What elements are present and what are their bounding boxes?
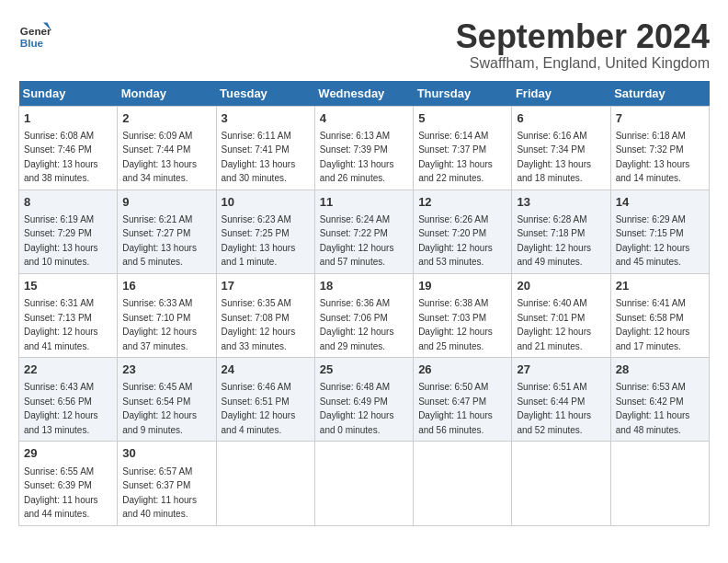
calendar-cell: 25Sunrise: 6:48 AM Sunset: 6:49 PM Dayli… xyxy=(314,358,413,442)
col-wednesday: Wednesday xyxy=(314,81,413,107)
calendar-cell: 16Sunrise: 6:33 AM Sunset: 7:10 PM Dayli… xyxy=(118,273,216,357)
day-info: Sunrise: 6:08 AM Sunset: 7:46 PM Dayligh… xyxy=(24,131,98,184)
calendar-cell: 8Sunrise: 6:19 AM Sunset: 7:29 PM Daylig… xyxy=(19,190,118,273)
calendar-cell xyxy=(610,442,709,525)
day-number: 5 xyxy=(418,110,506,127)
day-number: 14 xyxy=(616,194,704,211)
calendar-cell: 20Sunrise: 6:40 AM Sunset: 7:01 PM Dayli… xyxy=(512,273,610,357)
page-header: General Blue September 2024 Swaffham, En… xyxy=(18,18,710,72)
day-number: 13 xyxy=(517,194,605,211)
day-number: 15 xyxy=(24,278,112,294)
day-info: Sunrise: 6:11 AM Sunset: 7:41 PM Dayligh… xyxy=(222,131,296,184)
day-number: 6 xyxy=(517,110,605,127)
col-saturday: Saturday xyxy=(610,81,709,107)
calendar-cell: 24Sunrise: 6:46 AM Sunset: 6:51 PM Dayli… xyxy=(216,358,314,442)
day-number: 12 xyxy=(418,194,506,211)
day-number: 18 xyxy=(320,278,408,294)
day-info: Sunrise: 6:43 AM Sunset: 6:56 PM Dayligh… xyxy=(24,382,98,435)
calendar-cell: 13Sunrise: 6:28 AM Sunset: 7:18 PM Dayli… xyxy=(512,190,610,273)
calendar-cell: 17Sunrise: 6:35 AM Sunset: 7:08 PM Dayli… xyxy=(216,273,314,357)
calendar-cell xyxy=(512,442,610,525)
day-info: Sunrise: 6:57 AM Sunset: 6:37 PM Dayligh… xyxy=(122,466,197,520)
calendar-week-row: 8Sunrise: 6:19 AM Sunset: 7:29 PM Daylig… xyxy=(19,190,710,273)
col-thursday: Thursday xyxy=(414,81,512,107)
calendar-cell: 3Sunrise: 6:11 AM Sunset: 7:41 PM Daylig… xyxy=(216,106,314,190)
day-info: Sunrise: 6:21 AM Sunset: 7:27 PM Dayligh… xyxy=(122,214,197,268)
day-info: Sunrise: 6:26 AM Sunset: 7:20 PM Dayligh… xyxy=(418,214,493,268)
calendar-cell: 9Sunrise: 6:21 AM Sunset: 7:27 PM Daylig… xyxy=(118,190,216,273)
title-section: September 2024 Swaffham, England, United… xyxy=(456,18,710,72)
month-title: September 2024 xyxy=(456,18,710,55)
calendar-cell: 22Sunrise: 6:43 AM Sunset: 6:56 PM Dayli… xyxy=(19,358,118,442)
day-number: 19 xyxy=(418,278,506,294)
day-number: 22 xyxy=(24,362,112,378)
calendar-table: Sunday Monday Tuesday Wednesday Thursday… xyxy=(18,81,710,526)
calendar-header-row: Sunday Monday Tuesday Wednesday Thursday… xyxy=(19,81,710,107)
day-number: 10 xyxy=(222,194,310,211)
day-number: 3 xyxy=(222,110,310,127)
logo-icon: General Blue xyxy=(18,18,51,52)
day-number: 20 xyxy=(517,278,605,294)
day-number: 9 xyxy=(122,194,210,211)
calendar-cell: 18Sunrise: 6:36 AM Sunset: 7:06 PM Dayli… xyxy=(314,273,413,357)
calendar-cell: 27Sunrise: 6:51 AM Sunset: 6:44 PM Dayli… xyxy=(512,358,610,442)
day-number: 2 xyxy=(122,110,210,127)
day-info: Sunrise: 6:50 AM Sunset: 6:47 PM Dayligh… xyxy=(418,382,493,435)
day-info: Sunrise: 6:14 AM Sunset: 7:37 PM Dayligh… xyxy=(418,131,493,184)
calendar-cell: 5Sunrise: 6:14 AM Sunset: 7:37 PM Daylig… xyxy=(414,106,512,190)
day-info: Sunrise: 6:29 AM Sunset: 7:15 PM Dayligh… xyxy=(616,214,690,268)
day-number: 26 xyxy=(418,362,506,378)
calendar-cell: 14Sunrise: 6:29 AM Sunset: 7:15 PM Dayli… xyxy=(610,190,709,273)
calendar-cell: 10Sunrise: 6:23 AM Sunset: 7:25 PM Dayli… xyxy=(216,190,314,273)
calendar-cell: 29Sunrise: 6:55 AM Sunset: 6:39 PM Dayli… xyxy=(19,442,118,525)
calendar-week-row: 29Sunrise: 6:55 AM Sunset: 6:39 PM Dayli… xyxy=(19,442,710,525)
col-sunday: Sunday xyxy=(19,81,118,107)
calendar-week-row: 22Sunrise: 6:43 AM Sunset: 6:56 PM Dayli… xyxy=(19,358,710,442)
day-info: Sunrise: 6:18 AM Sunset: 7:32 PM Dayligh… xyxy=(616,131,690,184)
day-number: 1 xyxy=(24,110,112,127)
day-number: 27 xyxy=(517,362,605,378)
col-friday: Friday xyxy=(512,81,610,107)
calendar-cell: 30Sunrise: 6:57 AM Sunset: 6:37 PM Dayli… xyxy=(118,442,216,525)
calendar-cell: 4Sunrise: 6:13 AM Sunset: 7:39 PM Daylig… xyxy=(314,106,413,190)
day-info: Sunrise: 6:09 AM Sunset: 7:44 PM Dayligh… xyxy=(122,131,197,184)
calendar-cell: 2Sunrise: 6:09 AM Sunset: 7:44 PM Daylig… xyxy=(118,106,216,190)
day-info: Sunrise: 6:24 AM Sunset: 7:22 PM Dayligh… xyxy=(320,214,394,268)
day-info: Sunrise: 6:19 AM Sunset: 7:29 PM Dayligh… xyxy=(24,214,98,268)
calendar-cell: 1Sunrise: 6:08 AM Sunset: 7:46 PM Daylig… xyxy=(19,106,118,190)
day-info: Sunrise: 6:36 AM Sunset: 7:06 PM Dayligh… xyxy=(320,298,394,351)
day-info: Sunrise: 6:16 AM Sunset: 7:34 PM Dayligh… xyxy=(517,131,591,184)
day-number: 23 xyxy=(122,362,210,378)
day-info: Sunrise: 6:41 AM Sunset: 6:58 PM Dayligh… xyxy=(616,298,690,351)
day-info: Sunrise: 6:55 AM Sunset: 6:39 PM Dayligh… xyxy=(24,466,98,520)
day-number: 17 xyxy=(222,278,310,294)
svg-text:Blue: Blue xyxy=(20,37,44,49)
calendar-cell: 6Sunrise: 6:16 AM Sunset: 7:34 PM Daylig… xyxy=(512,106,610,190)
svg-text:General: General xyxy=(20,25,51,37)
day-info: Sunrise: 6:45 AM Sunset: 6:54 PM Dayligh… xyxy=(122,382,197,435)
day-number: 21 xyxy=(616,278,704,294)
day-info: Sunrise: 6:28 AM Sunset: 7:18 PM Dayligh… xyxy=(517,214,591,268)
day-number: 4 xyxy=(320,110,408,127)
calendar-cell: 7Sunrise: 6:18 AM Sunset: 7:32 PM Daylig… xyxy=(610,106,709,190)
day-number: 24 xyxy=(222,362,310,378)
day-info: Sunrise: 6:31 AM Sunset: 7:13 PM Dayligh… xyxy=(24,298,98,351)
calendar-week-row: 1Sunrise: 6:08 AM Sunset: 7:46 PM Daylig… xyxy=(19,106,710,190)
col-tuesday: Tuesday xyxy=(216,81,314,107)
day-number: 16 xyxy=(122,278,210,294)
day-number: 11 xyxy=(320,194,408,211)
day-info: Sunrise: 6:38 AM Sunset: 7:03 PM Dayligh… xyxy=(418,298,493,351)
calendar-cell: 11Sunrise: 6:24 AM Sunset: 7:22 PM Dayli… xyxy=(314,190,413,273)
day-info: Sunrise: 6:51 AM Sunset: 6:44 PM Dayligh… xyxy=(517,382,591,435)
calendar-cell xyxy=(216,442,314,525)
day-info: Sunrise: 6:48 AM Sunset: 6:49 PM Dayligh… xyxy=(320,382,394,435)
day-info: Sunrise: 6:33 AM Sunset: 7:10 PM Dayligh… xyxy=(122,298,197,351)
day-number: 30 xyxy=(122,445,210,462)
day-info: Sunrise: 6:35 AM Sunset: 7:08 PM Dayligh… xyxy=(222,298,296,351)
logo: General Blue xyxy=(18,18,51,52)
day-number: 25 xyxy=(320,362,408,378)
calendar-cell xyxy=(314,442,413,525)
calendar-cell: 15Sunrise: 6:31 AM Sunset: 7:13 PM Dayli… xyxy=(19,273,118,357)
day-number: 28 xyxy=(616,362,704,378)
calendar-cell xyxy=(414,442,512,525)
